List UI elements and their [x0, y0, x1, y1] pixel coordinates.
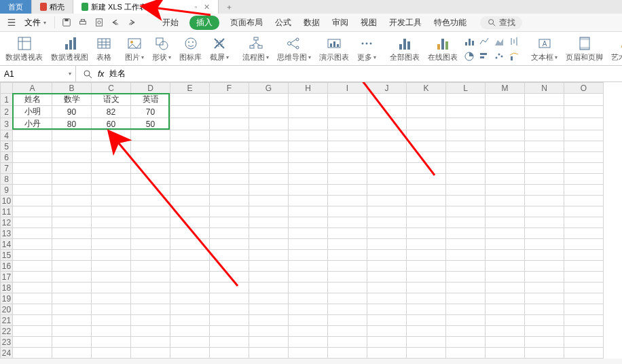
cell[interactable]: [446, 348, 486, 359]
cell[interactable]: [446, 304, 486, 315]
ribbon-tab-dev[interactable]: 开发工具: [388, 16, 423, 30]
search-button[interactable]: 查找: [480, 16, 522, 29]
cell[interactable]: [525, 272, 564, 283]
chart-area-button[interactable]: [493, 35, 505, 48]
icon-lib-button[interactable]: 图标库: [175, 35, 206, 65]
cell[interactable]: [289, 163, 328, 174]
cell[interactable]: [210, 283, 249, 293]
cell[interactable]: [564, 326, 604, 337]
column-header[interactable]: G: [249, 83, 289, 94]
cell[interactable]: [564, 348, 604, 359]
cell[interactable]: [210, 217, 249, 228]
ribbon-tab-start[interactable]: 开始: [161, 16, 180, 30]
cell[interactable]: [289, 106, 328, 118]
cell[interactable]: [446, 185, 486, 196]
cell[interactable]: [210, 206, 249, 217]
cell[interactable]: [367, 217, 407, 228]
cell[interactable]: [486, 118, 525, 130]
ribbon-tab-data[interactable]: 数据: [302, 16, 321, 30]
cell[interactable]: [367, 94, 407, 106]
cell[interactable]: [289, 94, 328, 106]
cell[interactable]: [92, 250, 131, 261]
cell[interactable]: [249, 185, 289, 196]
cell[interactable]: [407, 118, 446, 130]
cell[interactable]: [289, 185, 328, 196]
cell[interactable]: [525, 250, 564, 261]
cell[interactable]: [328, 206, 367, 217]
cell[interactable]: [131, 272, 170, 283]
cell[interactable]: [170, 174, 210, 185]
cell[interactable]: [564, 118, 604, 130]
cell[interactable]: [170, 261, 210, 272]
all-charts-button[interactable]: 全部图表: [386, 35, 424, 65]
cell[interactable]: [289, 337, 328, 348]
cell[interactable]: [13, 196, 52, 206]
cell[interactable]: [210, 228, 249, 239]
online-chart-button[interactable]: 在线图表: [424, 35, 462, 65]
cell[interactable]: [289, 118, 328, 130]
cell[interactable]: [170, 239, 210, 250]
cell[interactable]: [525, 315, 564, 326]
cell[interactable]: [328, 152, 367, 163]
cell[interactable]: [367, 337, 407, 348]
cell[interactable]: [52, 174, 92, 185]
cell[interactable]: [170, 348, 210, 359]
cell[interactable]: [170, 326, 210, 337]
cell[interactable]: [210, 185, 249, 196]
cell[interactable]: [170, 130, 210, 141]
cell[interactable]: [13, 163, 52, 174]
cell[interactable]: [52, 315, 92, 326]
cell[interactable]: [92, 326, 131, 337]
cell[interactable]: 语文: [92, 94, 131, 106]
cell[interactable]: [210, 196, 249, 206]
cell[interactable]: [249, 228, 289, 239]
cell[interactable]: [249, 174, 289, 185]
cell[interactable]: [525, 304, 564, 315]
cell[interactable]: [92, 163, 131, 174]
cell[interactable]: [170, 283, 210, 293]
cell[interactable]: [170, 228, 210, 239]
cell[interactable]: [13, 206, 52, 217]
cell[interactable]: 姓名: [13, 94, 52, 106]
cell[interactable]: [564, 217, 604, 228]
file-menu-button[interactable]: 文件 ▾: [22, 17, 49, 29]
cell[interactable]: [328, 315, 367, 326]
cell[interactable]: [92, 304, 131, 315]
cell[interactable]: [328, 304, 367, 315]
cell[interactable]: [446, 283, 486, 293]
cell[interactable]: [92, 315, 131, 326]
cell[interactable]: [486, 250, 525, 261]
cell[interactable]: [52, 326, 92, 337]
cell[interactable]: [446, 141, 486, 152]
cell[interactable]: [13, 337, 52, 348]
cell[interactable]: [407, 348, 446, 359]
cell[interactable]: [407, 304, 446, 315]
cell[interactable]: [407, 94, 446, 106]
cell[interactable]: [328, 141, 367, 152]
row-header[interactable]: 18: [1, 283, 13, 293]
cell[interactable]: [210, 130, 249, 141]
cell[interactable]: [486, 185, 525, 196]
cell[interactable]: [525, 185, 564, 196]
cell[interactable]: [564, 261, 604, 272]
column-header[interactable]: F: [210, 83, 249, 94]
cell[interactable]: [328, 261, 367, 272]
tab-docker[interactable]: 稻壳: [32, 0, 73, 14]
cell[interactable]: [131, 130, 170, 141]
cell[interactable]: [446, 206, 486, 217]
column-header[interactable]: H: [289, 83, 328, 94]
cell[interactable]: [52, 163, 92, 174]
cell[interactable]: [564, 94, 604, 106]
cell[interactable]: 82: [92, 106, 131, 118]
textbox-button[interactable]: A 文本框▾: [527, 35, 562, 65]
cell[interactable]: [131, 326, 170, 337]
cell[interactable]: [131, 206, 170, 217]
cell[interactable]: [131, 196, 170, 206]
row-header[interactable]: 3: [1, 118, 13, 130]
cell[interactable]: [52, 304, 92, 315]
cell[interactable]: [92, 293, 131, 304]
close-icon[interactable]: ✕: [204, 3, 210, 12]
cell[interactable]: [131, 228, 170, 239]
cell[interactable]: [170, 141, 210, 152]
cell[interactable]: [170, 152, 210, 163]
